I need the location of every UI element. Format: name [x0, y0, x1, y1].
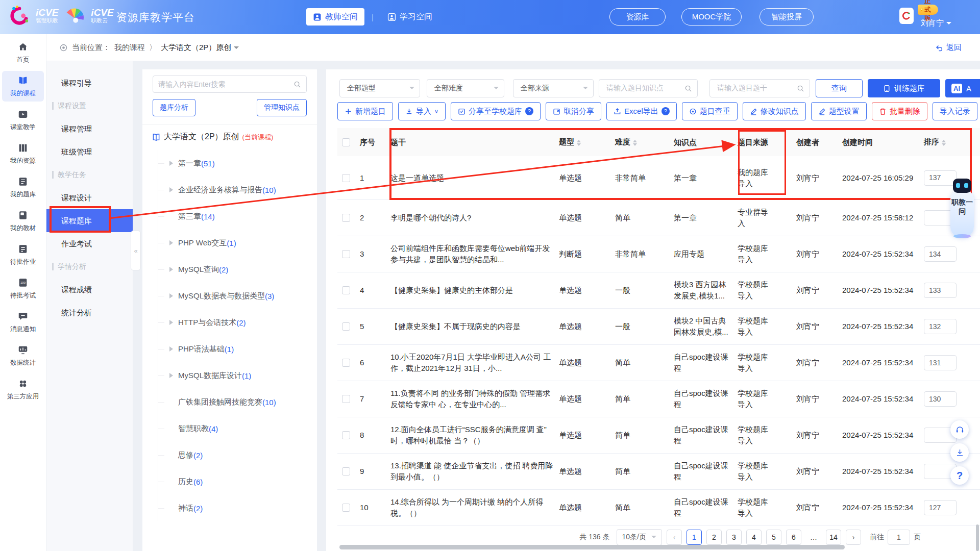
app-mini-icon[interactable] [899, 8, 914, 24]
sort-carets-icon[interactable] [633, 138, 637, 148]
tree-node[interactable]: 神话(2) [158, 495, 311, 521]
tree-node[interactable]: 企业经济业务核算与报告(10) [158, 177, 311, 203]
sidebar-item-pending-exams[interactable]: 100待批考试 [2, 273, 44, 304]
tab-teacher-space[interactable]: 教师空间 [306, 8, 364, 26]
tree-node[interactable]: PHP语法基础(1) [158, 336, 311, 362]
row-checkbox[interactable] [342, 322, 350, 331]
difficulty-select[interactable]: 全部难度 [427, 79, 504, 97]
expand-caret-icon[interactable] [169, 240, 176, 245]
share-to-school-button[interactable]: 分享至学校题库? [451, 102, 541, 120]
page-size-select[interactable]: 10条/页 [617, 529, 662, 545]
page-button-2[interactable]: 2 [706, 530, 722, 545]
duplicate-check-button[interactable]: 题目查重 [682, 102, 738, 120]
knowledge-search-input[interactable]: 请输入题目知识点 [606, 84, 681, 93]
tab-learning-space[interactable]: 学习空间 [381, 8, 439, 26]
help-button[interactable]: ? [950, 466, 969, 485]
sort-order-input[interactable]: 131 [924, 355, 957, 370]
sort-order-input[interactable]: 132 [924, 319, 957, 334]
row-checkbox[interactable] [342, 431, 350, 439]
column-header-sort[interactable]: 排序 [924, 136, 980, 147]
expand-caret-icon[interactable] [169, 161, 176, 166]
smart-cast-button[interactable]: 智能投屏 [760, 8, 814, 26]
ai-assistant-widget[interactable]: 职教一问 [948, 177, 976, 239]
excel-export-button[interactable]: Excel导出? [606, 102, 677, 120]
cancel-share-button[interactable]: 取消分享 [546, 102, 601, 120]
row-checkbox[interactable] [342, 174, 350, 182]
sort-order-input[interactable]: 127 [924, 500, 957, 515]
expand-caret-icon[interactable] [169, 267, 176, 272]
tree-node[interactable]: 智慧职教(4) [158, 415, 311, 442]
menu-item-course-design[interactable]: 课程设计 [46, 186, 133, 209]
sort-carets-icon[interactable] [942, 138, 946, 148]
expand-caret-icon[interactable] [169, 187, 176, 192]
row-checkbox[interactable] [342, 395, 350, 403]
row-checkbox[interactable] [342, 504, 350, 512]
column-header-type[interactable]: 题型 [559, 136, 615, 147]
expand-caret-icon[interactable] [169, 293, 176, 298]
sidebar-item-my-courses[interactable]: 我的课程 [2, 71, 44, 102]
tree-search-input[interactable] [158, 80, 293, 88]
page-button-3[interactable]: 3 [726, 530, 742, 545]
stem-search-input[interactable]: 请输入题目题干 [717, 84, 794, 93]
tree-node[interactable]: PHP Web交互(1) [158, 230, 311, 256]
breadcrumb-parent[interactable]: 我的课程 [114, 43, 145, 53]
sidebar-item-classroom-teaching[interactable]: 课堂教学 [2, 105, 44, 135]
vertical-scrollbar[interactable] [976, 524, 979, 551]
user-menu[interactable]: 刘宵宁 [921, 18, 951, 28]
help-icon[interactable]: ? [525, 107, 533, 115]
breadcrumb-current-course[interactable]: 大学语文（2P）原创 [161, 43, 239, 53]
sidebar-item-my-question-bank[interactable]: 我的题库 [2, 172, 44, 203]
tree-node[interactable]: MySQL查询(2) [158, 256, 311, 283]
question-type-select[interactable]: 全部题型 [339, 79, 420, 97]
menu-item-statistics-analysis[interactable]: 统计分析 [46, 301, 133, 324]
expand-caret-icon[interactable] [169, 346, 176, 352]
expand-caret-icon[interactable] [169, 373, 176, 378]
sidebar-item-my-resources[interactable]: 我的资源 [2, 138, 44, 169]
sort-order-input[interactable]: 133 [924, 283, 957, 298]
menu-item-homework-exam[interactable]: 作业考试 [46, 232, 133, 255]
horizontal-scrollbar[interactable] [339, 545, 845, 549]
source-select[interactable]: 全部来源 [513, 79, 594, 97]
query-button[interactable]: 查询 [816, 79, 863, 97]
sidebar-item-home[interactable]: 首页 [2, 37, 44, 68]
import-record-button[interactable]: 导入记录 [933, 102, 977, 120]
menu-item-course-management[interactable]: 课程管理 [46, 117, 133, 140]
question-bank-analysis-button[interactable]: 题库分析 [153, 99, 195, 116]
tree-node[interactable]: 第三章(14) [158, 203, 311, 230]
help-icon[interactable]: ? [662, 107, 670, 115]
sidebar-item-pending-homework[interactable]: 待批作业 [2, 239, 44, 270]
sidebar-item-my-textbooks[interactable]: 我的教材 [2, 206, 44, 236]
menu-item-class-management[interactable]: 班级管理 [46, 140, 133, 163]
sidebar-item-data-statistics[interactable]: 数据统计 [2, 340, 44, 371]
panel-collapse-handle[interactable]: « [131, 231, 141, 270]
mooc-academy-button[interactable]: MOOC学院 [681, 8, 742, 26]
sort-carets-icon[interactable] [577, 138, 581, 148]
add-question-button[interactable]: 新增题目 [337, 102, 393, 120]
tree-node[interactable]: MySQL数据表与数据类型(3) [158, 283, 311, 309]
batch-delete-button[interactable]: 批量删除 [872, 102, 927, 120]
row-checkbox[interactable] [342, 286, 350, 294]
row-checkbox[interactable] [342, 467, 350, 475]
ai-button[interactable]: Ai A [945, 79, 980, 97]
sidebar-item-third-party-apps[interactable]: 第三方应用 [2, 374, 44, 405]
tree-node[interactable]: 第一章(51) [158, 150, 311, 177]
next-page-button[interactable]: › [846, 530, 861, 545]
manage-knowledge-button[interactable]: 管理知识点 [257, 99, 307, 116]
train-question-bank-button[interactable]: 训练题库 [868, 79, 940, 97]
row-checkbox[interactable] [342, 214, 350, 222]
tree-root-course[interactable]: 大学语文（2P）原创 (当前课程) [152, 132, 273, 142]
sort-order-input[interactable]: 134 [924, 246, 957, 262]
tree-node[interactable]: MySQL数据库设计(1) [158, 362, 311, 389]
download-button[interactable] [950, 443, 969, 462]
row-checkbox[interactable] [342, 359, 350, 367]
sidebar-item-messages[interactable]: 消息通知 [2, 307, 44, 337]
column-header-difficulty[interactable]: 难度 [615, 136, 674, 147]
menu-item-course-question-bank[interactable]: 课程题库 [46, 209, 133, 232]
select-all-checkbox[interactable] [342, 138, 350, 146]
question-type-settings-button[interactable]: 题型设置 [811, 102, 867, 120]
page-button-4[interactable]: 4 [746, 530, 762, 545]
sort-order-input[interactable]: 130 [924, 391, 957, 407]
previous-page-button[interactable]: ‹ [667, 530, 682, 545]
row-checkbox[interactable] [342, 250, 350, 258]
menu-item-course-grades[interactable]: 课程成绩 [46, 278, 133, 301]
